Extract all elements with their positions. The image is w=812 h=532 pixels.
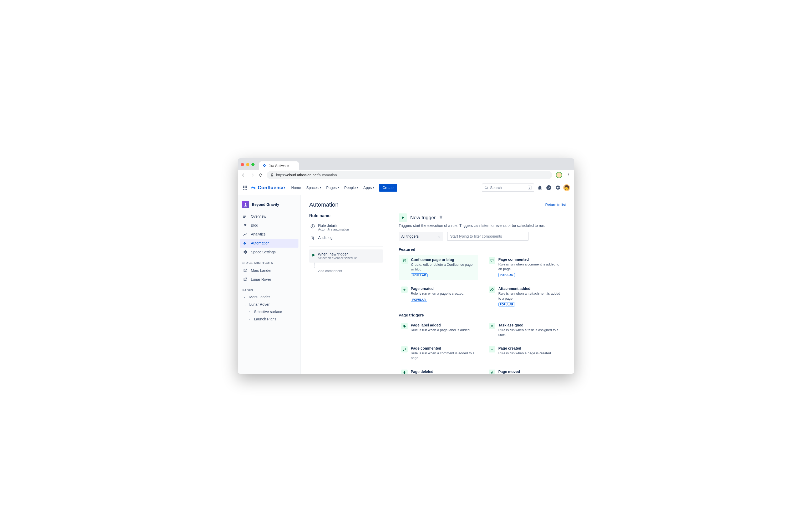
sidebar-item-blog[interactable]: Blog — [240, 221, 299, 230]
page-selective-surface[interactable]: •Selective surface — [240, 308, 299, 315]
featured-triggers-grid: Confluence page or blogCreate, edit or d… — [398, 255, 566, 309]
close-window-button[interactable] — [241, 163, 244, 166]
trigger-card[interactable]: Page label addedRule is run when a page … — [398, 321, 478, 340]
space-header[interactable]: Beyond Gravity — [240, 200, 299, 212]
trigger-card[interactable]: Page createdRule is run when a page is c… — [486, 343, 566, 363]
trigger-step-card[interactable]: ▶ When: new triggerSelect an event or sc… — [309, 249, 383, 263]
svg-rect-4 — [245, 186, 245, 186]
sidebar-item-settings[interactable]: Space Settings — [240, 248, 299, 256]
audit-log-row[interactable]: Audit log — [309, 233, 383, 244]
page-lunar-rover[interactable]: ⌄Lunar Rover — [240, 301, 299, 308]
settings-button[interactable] — [554, 184, 561, 191]
shortcut-mars-lander[interactable]: Mars Lander — [240, 266, 299, 275]
bullet-icon: • — [249, 310, 252, 313]
card-title: Page created — [411, 286, 476, 291]
card-description: Rule is run when a page label is added. — [411, 328, 476, 332]
rule-details-row[interactable]: Rule detailsActor: Jira automation — [309, 221, 383, 233]
profile-avatar-button[interactable] — [556, 172, 562, 178]
svg-rect-10 — [245, 189, 245, 190]
page-launch-plans[interactable]: ›Launch Plans — [240, 315, 299, 323]
card-title: Attachment added — [498, 286, 563, 291]
nav-apps[interactable]: Apps▾ — [361, 184, 376, 191]
attach-icon — [489, 286, 495, 293]
add-component-link[interactable]: Add component — [309, 268, 383, 273]
card-title: Task assigned — [498, 323, 563, 327]
user-avatar-button[interactable]: 🧑 — [563, 184, 570, 191]
search-shortcut-badge: / — [528, 186, 532, 190]
browser-toolbar: https://cloud.atlassian.net/automation — [238, 170, 574, 180]
shortcut-lunar-rover[interactable]: Lunar Rover — [240, 275, 299, 284]
confluence-icon — [250, 184, 257, 191]
url-text: https://cloud.atlassian.net/automation — [276, 173, 337, 177]
nav-spaces[interactable]: Spaces▾ — [304, 184, 323, 191]
chevron-down-icon: ▾ — [338, 186, 339, 189]
reload-button[interactable] — [258, 173, 263, 177]
browser-tab[interactable]: Jira Software — [259, 161, 299, 170]
page-icon — [402, 257, 408, 264]
notifications-button[interactable] — [536, 184, 543, 191]
nav-people[interactable]: People▾ — [342, 184, 360, 191]
comment-icon — [489, 257, 495, 264]
help-button[interactable]: ? — [545, 184, 552, 191]
minimize-window-button[interactable] — [246, 163, 249, 166]
svg-rect-8 — [246, 187, 247, 188]
nav-home[interactable]: Home — [289, 184, 303, 191]
chevron-right-icon: › — [249, 318, 252, 321]
page-mars-lander[interactable]: •Mars Lander — [240, 293, 299, 301]
maximize-window-button[interactable] — [251, 163, 255, 166]
trigger-card[interactable]: Attachment addedRule is run when an atta… — [486, 284, 566, 309]
return-to-list-link[interactable]: Return to list — [545, 203, 566, 207]
space-name: Beyond Gravity — [252, 202, 279, 207]
trigger-card[interactable]: Page createdRule is run when a page is c… — [398, 284, 478, 309]
browser-tab-bar: Jira Software — [238, 158, 574, 170]
trigger-header: New trigger — [398, 213, 566, 222]
trigger-card[interactable]: Task assignedRule is run when a task is … — [486, 321, 566, 340]
sidebar-item-analytics[interactable]: Analytics — [240, 230, 299, 239]
trigger-card[interactable]: Confluence page or blogCreate, edit or d… — [398, 255, 478, 280]
page-title: Automation — [309, 201, 338, 208]
browser-window: Jira Software https://cloud.atlassian.ne… — [238, 158, 574, 374]
sidebar-item-overview[interactable]: Overview — [240, 212, 299, 221]
card-description: Rule is run when a task is assigned to a… — [498, 328, 563, 337]
popular-badge: POPULAR — [498, 273, 515, 277]
trigger-category-dropdown[interactable]: All triggers⌄ — [398, 232, 443, 241]
bullet-icon: • — [244, 296, 247, 299]
card-title: Page label added — [411, 323, 476, 327]
svg-rect-3 — [243, 186, 244, 186]
analytics-icon — [243, 232, 248, 237]
confluence-logo[interactable]: Confluence — [250, 184, 285, 191]
card-description: Rule is run when a comment is added to a… — [411, 351, 476, 360]
forward-button[interactable] — [250, 173, 255, 177]
rule-details-label: Rule details — [318, 223, 349, 227]
nav-right: Search / ? 🧑 — [482, 183, 570, 192]
trigger-card[interactable]: Page movedRule executes when a page is m… — [486, 367, 566, 374]
chevron-down-icon: ▾ — [373, 186, 374, 189]
trigger-card[interactable]: Page commentedRule is run when a comment… — [398, 343, 478, 363]
search-input[interactable]: Search / — [482, 183, 534, 192]
layout-columns: Rule name Rule detailsActor: Jira automa… — [309, 213, 566, 374]
trigger-card[interactable]: Page deletedRule is run when an issue is… — [398, 367, 478, 374]
filter-components-input[interactable] — [447, 232, 528, 241]
gear-icon — [243, 250, 248, 254]
svg-point-0 — [568, 173, 569, 174]
svg-point-2 — [568, 175, 569, 176]
delete-trigger-button[interactable] — [439, 215, 443, 220]
content-area: Beyond Gravity Overview Blog Analytics A… — [238, 195, 574, 374]
browser-menu-button[interactable] — [566, 172, 570, 178]
app-switcher-button[interactable] — [242, 184, 248, 191]
trigger-column: New trigger Triggers start the execution… — [398, 213, 566, 374]
svg-rect-5 — [246, 186, 247, 186]
trigger-description: Triggers start the execution of a rule. … — [398, 223, 566, 227]
tag-icon — [401, 323, 408, 329]
shortcuts-heading: SPACE SHORTCUTS — [240, 256, 299, 266]
back-button[interactable] — [242, 173, 246, 177]
create-button[interactable]: Create — [379, 184, 397, 192]
chevron-down-icon: ⌄ — [437, 234, 441, 238]
address-bar[interactable]: https://cloud.atlassian.net/automation — [267, 171, 552, 179]
comment-icon — [401, 346, 408, 353]
trigger-card[interactable]: Page commentedRule is run when a comment… — [486, 255, 566, 280]
card-title: Page created — [498, 346, 563, 350]
sidebar-item-automation[interactable]: Automation — [240, 239, 299, 248]
space-icon — [242, 201, 249, 208]
nav-pages[interactable]: Pages▾ — [324, 184, 341, 191]
